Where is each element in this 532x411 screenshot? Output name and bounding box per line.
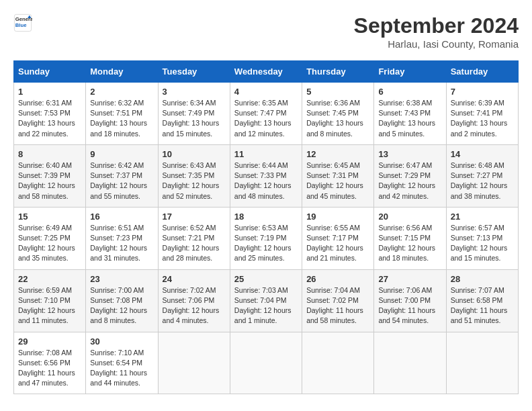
calendar-cell: 14Sunrise: 6:48 AM Sunset: 7:27 PM Dayli… — [446, 144, 518, 207]
calendar-cell: 19Sunrise: 6:55 AM Sunset: 7:17 PM Dayli… — [302, 207, 374, 269]
calendar-cell: 24Sunrise: 7:02 AM Sunset: 7:06 PM Dayli… — [158, 269, 230, 332]
day-info: Sunrise: 6:51 AM Sunset: 7:23 PM Dayligh… — [90, 223, 153, 264]
calendar-cell: 16Sunrise: 6:51 AM Sunset: 7:23 PM Dayli… — [86, 207, 158, 269]
calendar-cell: 6Sunrise: 6:38 AM Sunset: 7:43 PM Daylig… — [374, 83, 446, 145]
calendar-cell — [230, 332, 302, 394]
day-info: Sunrise: 6:39 AM Sunset: 7:41 PM Dayligh… — [451, 98, 514, 139]
weekday-header-wednesday: Wednesday — [230, 61, 302, 83]
weekday-header-sunday: Sunday — [14, 61, 86, 83]
day-info: Sunrise: 6:47 AM Sunset: 7:29 PM Dayligh… — [378, 161, 441, 201]
day-info: Sunrise: 7:08 AM Sunset: 6:56 PM Dayligh… — [18, 348, 81, 389]
day-number: 9 — [90, 149, 153, 159]
day-number: 6 — [378, 87, 441, 97]
calendar-cell: 7Sunrise: 6:39 AM Sunset: 7:41 PM Daylig… — [446, 83, 518, 145]
calendar-cell — [158, 332, 230, 394]
calendar-cell: 10Sunrise: 6:43 AM Sunset: 7:35 PM Dayli… — [158, 144, 230, 207]
calendar-body: 1Sunrise: 6:31 AM Sunset: 7:53 PM Daylig… — [14, 83, 519, 394]
day-info: Sunrise: 7:06 AM Sunset: 7:00 PM Dayligh… — [378, 285, 441, 326]
day-info: Sunrise: 6:32 AM Sunset: 7:51 PM Dayligh… — [90, 98, 153, 139]
calendar-cell: 3Sunrise: 6:34 AM Sunset: 7:49 PM Daylig… — [158, 83, 230, 145]
weekday-header-tuesday: Tuesday — [158, 61, 230, 83]
day-number: 1 — [18, 87, 81, 97]
day-info: Sunrise: 6:48 AM Sunset: 7:27 PM Dayligh… — [451, 161, 514, 201]
day-info: Sunrise: 6:52 AM Sunset: 7:21 PM Dayligh… — [163, 223, 226, 264]
calendar-cell: 11Sunrise: 6:44 AM Sunset: 7:33 PM Dayli… — [230, 144, 302, 207]
day-number: 24 — [163, 274, 226, 284]
day-number: 7 — [451, 87, 514, 97]
calendar-week-row: 29Sunrise: 7:08 AM Sunset: 6:56 PM Dayli… — [14, 332, 519, 394]
day-number: 20 — [378, 212, 441, 222]
calendar-cell: 5Sunrise: 6:36 AM Sunset: 7:45 PM Daylig… — [302, 83, 374, 145]
day-number: 13 — [378, 149, 441, 159]
day-number: 28 — [451, 274, 514, 284]
calendar-cell: 8Sunrise: 6:40 AM Sunset: 7:39 PM Daylig… — [14, 144, 86, 207]
day-number: 8 — [18, 149, 81, 159]
calendar-cell: 23Sunrise: 7:00 AM Sunset: 7:08 PM Dayli… — [86, 269, 158, 332]
day-info: Sunrise: 7:07 AM Sunset: 6:58 PM Dayligh… — [451, 285, 514, 326]
calendar-week-row: 1Sunrise: 6:31 AM Sunset: 7:53 PM Daylig… — [14, 83, 519, 145]
calendar-cell: 17Sunrise: 6:52 AM Sunset: 7:21 PM Dayli… — [158, 207, 230, 269]
calendar-cell: 20Sunrise: 6:56 AM Sunset: 7:15 PM Dayli… — [374, 207, 446, 269]
day-number: 15 — [18, 212, 81, 222]
day-info: Sunrise: 6:38 AM Sunset: 7:43 PM Dayligh… — [378, 98, 441, 139]
day-info: Sunrise: 6:36 AM Sunset: 7:45 PM Dayligh… — [306, 98, 369, 139]
calendar-cell: 2Sunrise: 6:32 AM Sunset: 7:51 PM Daylig… — [86, 83, 158, 145]
calendar-cell: 29Sunrise: 7:08 AM Sunset: 6:56 PM Dayli… — [14, 332, 86, 394]
day-number: 12 — [306, 149, 369, 159]
day-info: Sunrise: 7:04 AM Sunset: 7:02 PM Dayligh… — [306, 285, 369, 326]
month-year-title: September 2024 — [354, 13, 519, 38]
calendar-cell — [446, 332, 518, 394]
day-number: 26 — [306, 274, 369, 284]
day-info: Sunrise: 6:45 AM Sunset: 7:31 PM Dayligh… — [306, 161, 369, 201]
calendar-cell: 21Sunrise: 6:57 AM Sunset: 7:13 PM Dayli… — [446, 207, 518, 269]
day-number: 19 — [306, 212, 369, 222]
day-number: 16 — [90, 212, 153, 222]
day-info: Sunrise: 6:34 AM Sunset: 7:49 PM Dayligh… — [163, 98, 226, 139]
day-number: 29 — [18, 336, 81, 347]
title-area: September 2024 Harlau, Iasi County, Roma… — [354, 13, 519, 50]
day-number: 27 — [378, 274, 441, 284]
day-number: 30 — [90, 336, 153, 347]
day-info: Sunrise: 6:55 AM Sunset: 7:17 PM Dayligh… — [306, 223, 369, 264]
day-number: 23 — [90, 274, 153, 284]
calendar-cell: 15Sunrise: 6:49 AM Sunset: 7:25 PM Dayli… — [14, 207, 86, 269]
day-number: 21 — [451, 212, 514, 222]
weekday-header-friday: Friday — [374, 61, 446, 83]
day-number: 5 — [306, 87, 369, 97]
day-number: 3 — [163, 87, 226, 97]
day-number: 17 — [163, 212, 226, 222]
logo: General Blue — [13, 13, 32, 32]
day-number: 10 — [163, 149, 226, 159]
location-subtitle: Harlau, Iasi County, Romania — [354, 38, 519, 50]
day-number: 11 — [234, 149, 298, 159]
calendar-cell: 9Sunrise: 6:42 AM Sunset: 7:37 PM Daylig… — [86, 144, 158, 207]
calendar-cell: 22Sunrise: 6:59 AM Sunset: 7:10 PM Dayli… — [14, 269, 86, 332]
weekday-header-thursday: Thursday — [302, 61, 374, 83]
day-number: 22 — [18, 274, 81, 284]
day-info: Sunrise: 6:31 AM Sunset: 7:53 PM Dayligh… — [18, 98, 81, 139]
day-number: 2 — [90, 87, 153, 97]
calendar-cell: 27Sunrise: 7:06 AM Sunset: 7:00 PM Dayli… — [374, 269, 446, 332]
calendar-header-row: SundayMondayTuesdayWednesdayThursdayFrid… — [14, 61, 519, 83]
day-info: Sunrise: 6:40 AM Sunset: 7:39 PM Dayligh… — [18, 161, 81, 201]
day-number: 25 — [234, 274, 298, 284]
day-info: Sunrise: 6:42 AM Sunset: 7:37 PM Dayligh… — [90, 161, 153, 201]
day-info: Sunrise: 6:57 AM Sunset: 7:13 PM Dayligh… — [451, 223, 514, 264]
day-info: Sunrise: 6:56 AM Sunset: 7:15 PM Dayligh… — [378, 223, 441, 264]
page-header: General Blue September 2024 Harlau, Iasi… — [13, 13, 519, 50]
day-info: Sunrise: 6:59 AM Sunset: 7:10 PM Dayligh… — [18, 285, 81, 326]
day-info: Sunrise: 7:00 AM Sunset: 7:08 PM Dayligh… — [90, 285, 153, 326]
calendar-week-row: 22Sunrise: 6:59 AM Sunset: 7:10 PM Dayli… — [14, 269, 519, 332]
day-number: 4 — [234, 87, 298, 97]
calendar-cell: 4Sunrise: 6:35 AM Sunset: 7:47 PM Daylig… — [230, 83, 302, 145]
calendar-cell — [374, 332, 446, 394]
calendar-cell: 12Sunrise: 6:45 AM Sunset: 7:31 PM Dayli… — [302, 144, 374, 207]
calendar-cell: 1Sunrise: 6:31 AM Sunset: 7:53 PM Daylig… — [14, 83, 86, 145]
calendar-cell: 30Sunrise: 7:10 AM Sunset: 6:54 PM Dayli… — [86, 332, 158, 394]
calendar-week-row: 8Sunrise: 6:40 AM Sunset: 7:39 PM Daylig… — [14, 144, 519, 207]
svg-text:Blue: Blue — [15, 22, 27, 28]
day-info: Sunrise: 6:49 AM Sunset: 7:25 PM Dayligh… — [18, 223, 81, 264]
day-info: Sunrise: 6:43 AM Sunset: 7:35 PM Dayligh… — [163, 161, 226, 201]
weekday-header-saturday: Saturday — [446, 61, 518, 83]
weekday-header-monday: Monday — [86, 61, 158, 83]
